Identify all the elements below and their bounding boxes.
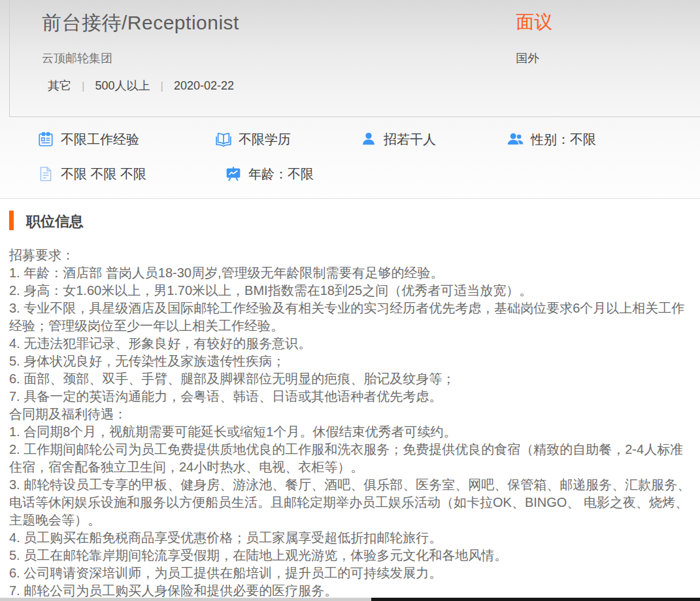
meta-separator: | <box>82 80 84 92</box>
work-experience-icon <box>37 130 55 148</box>
salary-text: 面议 <box>516 10 552 35</box>
description-line: 5. 员工在邮轮靠岸期间轮流享受假期，在陆地上观光游览，体验多元文化和各地风情。 <box>9 547 694 564</box>
company-name: 云顶邮轮集团 <box>42 50 112 66</box>
req-headcount: 招若干人 <box>359 130 436 148</box>
req-label: 性别：不限 <box>531 131 596 148</box>
req-age: 年龄：不限 <box>224 165 314 183</box>
req-label: 不限 不限 不限 <box>61 165 146 183</box>
section-title: 职位信息 <box>26 212 84 232</box>
req-label: 不限学历 <box>239 131 291 148</box>
hero-background: 前台接待/Receptionist 云顶邮轮集团 其它|500人以上|2020-… <box>0 0 700 199</box>
req-label: 不限工作经验 <box>61 131 139 148</box>
description-line: 4. 无违法犯罪记录、形象良好，有较好的服务意识。 <box>9 335 694 352</box>
description-line: 6. 公司聘请资深培训师，为员工提供在船培训，提升员工的可持续发展力。 <box>9 564 694 582</box>
description-line: 7. 邮轮公司为员工购买人身保险和提供必要的医疗服务。 <box>9 582 694 600</box>
education-icon <box>214 130 233 148</box>
description-line: 合同期及福利待遇： <box>9 405 694 423</box>
description-line: 7. 具备一定的英语沟通能力，会粤语、韩语、日语或其他语种者优先考虑。 <box>9 388 694 405</box>
job-description: 招募要求： 1. 年龄：酒店部 普岗人员18-30周岁,管理级无年龄限制需要有足… <box>0 247 694 600</box>
horizontal-scrollbar[interactable] <box>0 598 371 601</box>
job-meta: 其它|500人以上|2020-02-22 <box>48 78 234 94</box>
req-category: 不限 不限 不限 <box>37 165 146 183</box>
meta-separator: | <box>160 80 163 92</box>
description-line: 3. 专业不限，具星级酒店及国际邮轮工作经验及有相关专业的实习经历者优先考虑，基… <box>9 300 694 335</box>
age-icon <box>224 165 242 183</box>
description-line: 3. 邮轮特设员工专享的甲板、健身房、游泳池、餐厅、酒吧、俱乐部、医务室、网吧、… <box>9 476 694 529</box>
description-line: 2. 工作期间邮轮公司为员工免费提供质地优良的工作服和洗衣服务；免费提供优良的食… <box>9 441 694 476</box>
gender-icon <box>507 130 525 148</box>
headcount-icon <box>359 130 378 148</box>
job-summary-card: 前台接待/Receptionist 云顶邮轮集团 其它|500人以上|2020-… <box>9 0 700 117</box>
page-title: 前台接待/Receptionist <box>42 10 239 37</box>
req-education: 不限学历 <box>214 130 291 148</box>
company-size: 500人以上 <box>95 79 150 92</box>
req-label: 年龄：不限 <box>248 165 314 183</box>
location-text: 国外 <box>516 50 539 66</box>
description-line: 2. 身高：女1.60米以上，男1.70米以上，BMI指数需在18到25之间（优… <box>9 282 694 300</box>
description-line: 招募要求： <box>9 247 694 264</box>
description-line: 1. 年龄：酒店部 普岗人员18-30周岁,管理级无年龄限制需要有足够的经验。 <box>9 264 694 282</box>
description-line: 5. 身体状况良好，无传染性及家族遗传性疾病； <box>9 352 694 370</box>
job-category: 其它 <box>48 79 71 92</box>
req-work-experience: 不限工作经验 <box>37 130 139 148</box>
job-detail-page: 前台接待/Receptionist 云顶邮轮集团 其它|500人以上|2020-… <box>0 0 700 601</box>
bottom-dark-strip <box>371 598 700 601</box>
section-accent-bar <box>9 211 14 230</box>
description-line: 4. 员工购买在船免税商品享受优惠价格；员工家属享受超低折扣邮轮旅行。 <box>9 529 694 547</box>
req-label: 招若干人 <box>384 131 436 148</box>
description-line: 6. 面部、颈部、双手、手臂、腿部及脚裸部位无明显的疤痕、胎记及纹身等； <box>9 370 694 388</box>
req-gender: 性别：不限 <box>507 130 596 148</box>
post-date: 2020-02-22 <box>174 79 234 92</box>
description-line: 1. 合同期8个月，视航期需要可能延长或缩短1个月。休假结束优秀者可续约。 <box>9 423 694 441</box>
category-icon <box>37 165 55 183</box>
